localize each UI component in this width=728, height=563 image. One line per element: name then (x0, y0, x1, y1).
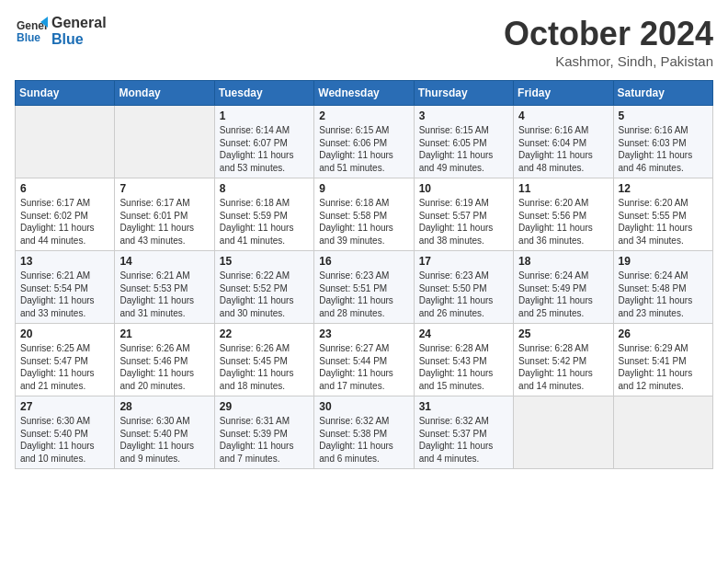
day-info: Sunrise: 6:15 AM Sunset: 6:05 PM Dayligh… (419, 124, 508, 174)
weekday-header-tuesday: Tuesday (214, 81, 313, 106)
day-number: 8 (220, 182, 309, 195)
calendar-cell: 4Sunrise: 6:16 AM Sunset: 6:04 PM Daylig… (514, 106, 613, 178)
day-info: Sunrise: 6:24 AM Sunset: 5:49 PM Dayligh… (518, 270, 608, 319)
day-number: 11 (518, 182, 608, 195)
weekday-header-thursday: Thursday (414, 81, 513, 106)
day-number: 3 (419, 109, 508, 122)
day-number: 30 (319, 400, 408, 413)
day-info: Sunrise: 6:26 AM Sunset: 5:45 PM Dayligh… (220, 342, 309, 392)
calendar-cell: 29Sunrise: 6:31 AM Sunset: 5:39 PM Dayli… (214, 396, 313, 469)
day-number: 31 (419, 400, 508, 413)
day-info: Sunrise: 6:29 AM Sunset: 5:41 PM Dayligh… (619, 342, 708, 392)
logo-icon: General Blue (15, 15, 48, 48)
day-number: 2 (319, 109, 408, 122)
week-row-4: 20Sunrise: 6:25 AM Sunset: 5:47 PM Dayli… (16, 324, 713, 396)
day-info: Sunrise: 6:19 AM Sunset: 5:57 PM Dayligh… (419, 197, 508, 247)
day-info: Sunrise: 6:23 AM Sunset: 5:50 PM Dayligh… (419, 270, 508, 319)
day-info: Sunrise: 6:23 AM Sunset: 5:51 PM Dayligh… (319, 270, 408, 319)
day-number: 22 (220, 327, 309, 340)
calendar-cell: 18Sunrise: 6:24 AM Sunset: 5:49 PM Dayli… (514, 251, 613, 324)
calendar-cell: 30Sunrise: 6:32 AM Sunset: 5:38 PM Dayli… (314, 396, 414, 469)
calendar-cell: 9Sunrise: 6:18 AM Sunset: 5:58 PM Daylig… (314, 178, 414, 251)
day-info: Sunrise: 6:31 AM Sunset: 5:39 PM Dayligh… (220, 415, 309, 465)
weekday-header-row: SundayMondayTuesdayWednesdayThursdayFrid… (16, 81, 713, 106)
calendar-cell: 5Sunrise: 6:16 AM Sunset: 6:03 PM Daylig… (613, 106, 712, 178)
day-info: Sunrise: 6:16 AM Sunset: 6:03 PM Dayligh… (619, 124, 708, 174)
calendar-cell: 12Sunrise: 6:20 AM Sunset: 5:55 PM Dayli… (613, 178, 712, 251)
day-number: 28 (119, 400, 209, 413)
day-info: Sunrise: 6:20 AM Sunset: 5:55 PM Dayligh… (619, 197, 708, 247)
calendar-cell: 26Sunrise: 6:29 AM Sunset: 5:41 PM Dayli… (613, 324, 712, 396)
day-number: 1 (220, 109, 309, 122)
calendar-cell (16, 106, 115, 178)
day-info: Sunrise: 6:32 AM Sunset: 5:38 PM Dayligh… (319, 415, 408, 465)
day-number: 26 (619, 327, 708, 340)
day-number: 5 (619, 109, 708, 122)
day-number: 24 (419, 327, 508, 340)
day-info: Sunrise: 6:16 AM Sunset: 6:04 PM Dayligh… (518, 124, 608, 174)
week-row-5: 27Sunrise: 6:30 AM Sunset: 5:40 PM Dayli… (16, 396, 713, 469)
day-info: Sunrise: 6:30 AM Sunset: 5:40 PM Dayligh… (119, 415, 209, 465)
day-number: 29 (220, 400, 309, 413)
logo-blue: Blue (51, 31, 107, 48)
calendar-cell: 6Sunrise: 6:17 AM Sunset: 6:02 PM Daylig… (16, 178, 115, 251)
weekday-header-saturday: Saturday (613, 81, 712, 106)
logo-general: General (51, 15, 107, 31)
week-row-2: 6Sunrise: 6:17 AM Sunset: 6:02 PM Daylig… (16, 178, 713, 251)
weekday-header-wednesday: Wednesday (314, 81, 414, 106)
day-info: Sunrise: 6:30 AM Sunset: 5:40 PM Dayligh… (20, 415, 109, 465)
day-number: 16 (319, 255, 408, 268)
calendar-cell: 17Sunrise: 6:23 AM Sunset: 5:50 PM Dayli… (414, 251, 513, 324)
weekday-header-monday: Monday (115, 81, 214, 106)
calendar-cell: 19Sunrise: 6:24 AM Sunset: 5:48 PM Dayli… (613, 251, 712, 324)
calendar-cell: 14Sunrise: 6:21 AM Sunset: 5:53 PM Dayli… (115, 251, 214, 324)
weekday-header-friday: Friday (514, 81, 613, 106)
calendar-cell: 3Sunrise: 6:15 AM Sunset: 6:05 PM Daylig… (414, 106, 513, 178)
calendar-cell: 7Sunrise: 6:17 AM Sunset: 6:01 PM Daylig… (115, 178, 214, 251)
day-number: 27 (20, 400, 109, 413)
calendar-cell: 21Sunrise: 6:26 AM Sunset: 5:46 PM Dayli… (115, 324, 214, 396)
day-info: Sunrise: 6:21 AM Sunset: 5:54 PM Dayligh… (20, 270, 109, 319)
calendar-cell: 1Sunrise: 6:14 AM Sunset: 6:07 PM Daylig… (214, 106, 313, 178)
calendar-cell: 25Sunrise: 6:28 AM Sunset: 5:42 PM Dayli… (514, 324, 613, 396)
day-info: Sunrise: 6:17 AM Sunset: 6:01 PM Dayligh… (119, 197, 209, 247)
calendar-table: SundayMondayTuesdayWednesdayThursdayFrid… (15, 80, 713, 469)
day-number: 17 (419, 255, 508, 268)
week-row-1: 1Sunrise: 6:14 AM Sunset: 6:07 PM Daylig… (16, 106, 713, 178)
day-info: Sunrise: 6:15 AM Sunset: 6:06 PM Dayligh… (319, 124, 408, 174)
day-info: Sunrise: 6:27 AM Sunset: 5:44 PM Dayligh… (319, 342, 408, 392)
page-header: General Blue General Blue October 2024 K… (15, 15, 713, 69)
calendar-cell: 13Sunrise: 6:21 AM Sunset: 5:54 PM Dayli… (16, 251, 115, 324)
calendar-cell (514, 396, 613, 469)
day-info: Sunrise: 6:18 AM Sunset: 5:58 PM Dayligh… (319, 197, 408, 247)
calendar-cell: 16Sunrise: 6:23 AM Sunset: 5:51 PM Dayli… (314, 251, 414, 324)
day-info: Sunrise: 6:18 AM Sunset: 5:59 PM Dayligh… (220, 197, 309, 247)
day-number: 15 (220, 255, 309, 268)
calendar-cell: 15Sunrise: 6:22 AM Sunset: 5:52 PM Dayli… (214, 251, 313, 324)
week-row-3: 13Sunrise: 6:21 AM Sunset: 5:54 PM Dayli… (16, 251, 713, 324)
day-info: Sunrise: 6:17 AM Sunset: 6:02 PM Dayligh… (20, 197, 109, 247)
calendar-body: 1Sunrise: 6:14 AM Sunset: 6:07 PM Daylig… (16, 106, 713, 469)
day-info: Sunrise: 6:32 AM Sunset: 5:37 PM Dayligh… (419, 415, 508, 465)
day-number: 12 (619, 182, 708, 195)
day-number: 25 (518, 327, 608, 340)
day-info: Sunrise: 6:25 AM Sunset: 5:47 PM Dayligh… (20, 342, 109, 392)
weekday-header-sunday: Sunday (16, 81, 115, 106)
calendar-cell: 20Sunrise: 6:25 AM Sunset: 5:47 PM Dayli… (16, 324, 115, 396)
day-info: Sunrise: 6:22 AM Sunset: 5:52 PM Dayligh… (220, 270, 309, 319)
calendar-cell: 22Sunrise: 6:26 AM Sunset: 5:45 PM Dayli… (214, 324, 313, 396)
calendar-cell (613, 396, 712, 469)
calendar-cell: 24Sunrise: 6:28 AM Sunset: 5:43 PM Dayli… (414, 324, 513, 396)
calendar-header: SundayMondayTuesdayWednesdayThursdayFrid… (16, 81, 713, 106)
calendar-cell: 27Sunrise: 6:30 AM Sunset: 5:40 PM Dayli… (16, 396, 115, 469)
day-number: 10 (419, 182, 508, 195)
title-block: October 2024 Kashmor, Sindh, Pakistan (504, 15, 713, 69)
day-info: Sunrise: 6:21 AM Sunset: 5:53 PM Dayligh… (119, 270, 209, 319)
calendar-cell: 2Sunrise: 6:15 AM Sunset: 6:06 PM Daylig… (314, 106, 414, 178)
day-number: 21 (119, 327, 209, 340)
day-number: 23 (319, 327, 408, 340)
calendar-cell: 28Sunrise: 6:30 AM Sunset: 5:40 PM Dayli… (115, 396, 214, 469)
day-info: Sunrise: 6:28 AM Sunset: 5:43 PM Dayligh… (419, 342, 508, 392)
day-number: 6 (20, 182, 109, 195)
day-number: 18 (518, 255, 608, 268)
